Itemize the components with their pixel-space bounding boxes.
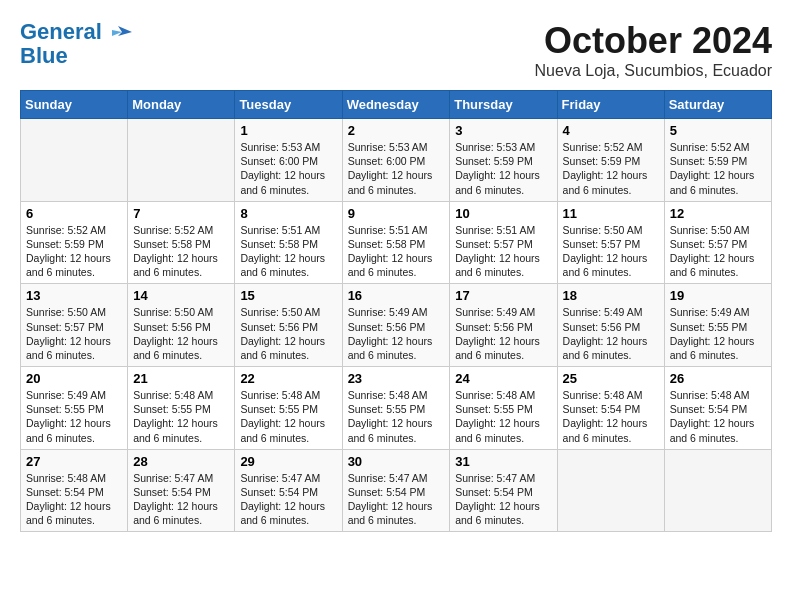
cell-day-number: 29 — [240, 454, 336, 469]
cell-day-number: 27 — [26, 454, 122, 469]
cell-info: Sunrise: 5:50 AM Sunset: 5:57 PM Dayligh… — [670, 223, 766, 280]
cell-info: Sunrise: 5:47 AM Sunset: 5:54 PM Dayligh… — [455, 471, 551, 528]
calendar-cell: 15Sunrise: 5:50 AM Sunset: 5:56 PM Dayli… — [235, 284, 342, 367]
cell-info: Sunrise: 5:50 AM Sunset: 5:56 PM Dayligh… — [133, 305, 229, 362]
calendar-cell: 10Sunrise: 5:51 AM Sunset: 5:57 PM Dayli… — [450, 201, 557, 284]
weekday-header: Wednesday — [342, 91, 450, 119]
cell-day-number: 18 — [563, 288, 659, 303]
calendar-cell: 23Sunrise: 5:48 AM Sunset: 5:55 PM Dayli… — [342, 367, 450, 450]
cell-day-number: 6 — [26, 206, 122, 221]
svg-marker-0 — [118, 26, 132, 36]
page-header: General Blue October 2024 Nueva Loja, Su… — [20, 20, 772, 80]
cell-info: Sunrise: 5:48 AM Sunset: 5:54 PM Dayligh… — [26, 471, 122, 528]
cell-info: Sunrise: 5:48 AM Sunset: 5:55 PM Dayligh… — [455, 388, 551, 445]
calendar-cell: 30Sunrise: 5:47 AM Sunset: 5:54 PM Dayli… — [342, 449, 450, 532]
cell-day-number: 26 — [670, 371, 766, 386]
calendar-cell: 2Sunrise: 5:53 AM Sunset: 6:00 PM Daylig… — [342, 119, 450, 202]
cell-info: Sunrise: 5:53 AM Sunset: 6:00 PM Dayligh… — [348, 140, 445, 197]
cell-day-number: 30 — [348, 454, 445, 469]
calendar-cell: 3Sunrise: 5:53 AM Sunset: 5:59 PM Daylig… — [450, 119, 557, 202]
cell-day-number: 5 — [670, 123, 766, 138]
logo-blue: Blue — [20, 44, 132, 68]
calendar-cell — [557, 449, 664, 532]
cell-day-number: 22 — [240, 371, 336, 386]
calendar-cell: 21Sunrise: 5:48 AM Sunset: 5:55 PM Dayli… — [128, 367, 235, 450]
calendar-cell: 24Sunrise: 5:48 AM Sunset: 5:55 PM Dayli… — [450, 367, 557, 450]
calendar-cell: 28Sunrise: 5:47 AM Sunset: 5:54 PM Dayli… — [128, 449, 235, 532]
calendar-cell: 13Sunrise: 5:50 AM Sunset: 5:57 PM Dayli… — [21, 284, 128, 367]
calendar-cell: 20Sunrise: 5:49 AM Sunset: 5:55 PM Dayli… — [21, 367, 128, 450]
cell-day-number: 24 — [455, 371, 551, 386]
cell-info: Sunrise: 5:49 AM Sunset: 5:56 PM Dayligh… — [455, 305, 551, 362]
cell-day-number: 31 — [455, 454, 551, 469]
cell-info: Sunrise: 5:48 AM Sunset: 5:55 PM Dayligh… — [240, 388, 336, 445]
calendar-cell: 16Sunrise: 5:49 AM Sunset: 5:56 PM Dayli… — [342, 284, 450, 367]
cell-info: Sunrise: 5:47 AM Sunset: 5:54 PM Dayligh… — [348, 471, 445, 528]
logo: General Blue — [20, 20, 132, 68]
cell-day-number: 2 — [348, 123, 445, 138]
cell-day-number: 21 — [133, 371, 229, 386]
calendar-cell: 9Sunrise: 5:51 AM Sunset: 5:58 PM Daylig… — [342, 201, 450, 284]
cell-info: Sunrise: 5:48 AM Sunset: 5:55 PM Dayligh… — [133, 388, 229, 445]
weekday-header: Thursday — [450, 91, 557, 119]
cell-info: Sunrise: 5:50 AM Sunset: 5:56 PM Dayligh… — [240, 305, 336, 362]
calendar-cell: 5Sunrise: 5:52 AM Sunset: 5:59 PM Daylig… — [664, 119, 771, 202]
cell-day-number: 16 — [348, 288, 445, 303]
cell-day-number: 12 — [670, 206, 766, 221]
cell-day-number: 17 — [455, 288, 551, 303]
calendar-cell: 12Sunrise: 5:50 AM Sunset: 5:57 PM Dayli… — [664, 201, 771, 284]
logo-bird-icon — [110, 22, 132, 44]
cell-day-number: 9 — [348, 206, 445, 221]
cell-info: Sunrise: 5:52 AM Sunset: 5:58 PM Dayligh… — [133, 223, 229, 280]
cell-day-number: 10 — [455, 206, 551, 221]
cell-info: Sunrise: 5:53 AM Sunset: 5:59 PM Dayligh… — [455, 140, 551, 197]
calendar-cell — [664, 449, 771, 532]
calendar-cell: 1Sunrise: 5:53 AM Sunset: 6:00 PM Daylig… — [235, 119, 342, 202]
weekday-header: Sunday — [21, 91, 128, 119]
cell-info: Sunrise: 5:52 AM Sunset: 5:59 PM Dayligh… — [26, 223, 122, 280]
cell-info: Sunrise: 5:48 AM Sunset: 5:55 PM Dayligh… — [348, 388, 445, 445]
cell-day-number: 1 — [240, 123, 336, 138]
calendar-cell: 4Sunrise: 5:52 AM Sunset: 5:59 PM Daylig… — [557, 119, 664, 202]
calendar-week-row: 13Sunrise: 5:50 AM Sunset: 5:57 PM Dayli… — [21, 284, 772, 367]
calendar-week-row: 20Sunrise: 5:49 AM Sunset: 5:55 PM Dayli… — [21, 367, 772, 450]
cell-info: Sunrise: 5:50 AM Sunset: 5:57 PM Dayligh… — [26, 305, 122, 362]
cell-day-number: 28 — [133, 454, 229, 469]
cell-day-number: 13 — [26, 288, 122, 303]
cell-info: Sunrise: 5:53 AM Sunset: 6:00 PM Dayligh… — [240, 140, 336, 197]
logo-general: General — [20, 19, 102, 44]
calendar-cell — [21, 119, 128, 202]
calendar-cell: 22Sunrise: 5:48 AM Sunset: 5:55 PM Dayli… — [235, 367, 342, 450]
cell-info: Sunrise: 5:49 AM Sunset: 5:56 PM Dayligh… — [348, 305, 445, 362]
cell-day-number: 15 — [240, 288, 336, 303]
cell-info: Sunrise: 5:49 AM Sunset: 5:55 PM Dayligh… — [26, 388, 122, 445]
cell-info: Sunrise: 5:47 AM Sunset: 5:54 PM Dayligh… — [133, 471, 229, 528]
calendar-cell: 25Sunrise: 5:48 AM Sunset: 5:54 PM Dayli… — [557, 367, 664, 450]
calendar-cell: 27Sunrise: 5:48 AM Sunset: 5:54 PM Dayli… — [21, 449, 128, 532]
calendar-cell: 17Sunrise: 5:49 AM Sunset: 5:56 PM Dayli… — [450, 284, 557, 367]
cell-day-number: 11 — [563, 206, 659, 221]
cell-info: Sunrise: 5:51 AM Sunset: 5:58 PM Dayligh… — [348, 223, 445, 280]
calendar-table: SundayMondayTuesdayWednesdayThursdayFrid… — [20, 90, 772, 532]
calendar-cell: 29Sunrise: 5:47 AM Sunset: 5:54 PM Dayli… — [235, 449, 342, 532]
weekday-header: Tuesday — [235, 91, 342, 119]
calendar-cell: 7Sunrise: 5:52 AM Sunset: 5:58 PM Daylig… — [128, 201, 235, 284]
calendar-cell: 8Sunrise: 5:51 AM Sunset: 5:58 PM Daylig… — [235, 201, 342, 284]
cell-info: Sunrise: 5:49 AM Sunset: 5:55 PM Dayligh… — [670, 305, 766, 362]
weekday-header: Friday — [557, 91, 664, 119]
location-subtitle: Nueva Loja, Sucumbios, Ecuador — [535, 62, 772, 80]
weekday-header: Saturday — [664, 91, 771, 119]
cell-info: Sunrise: 5:49 AM Sunset: 5:56 PM Dayligh… — [563, 305, 659, 362]
cell-day-number: 14 — [133, 288, 229, 303]
weekday-header: Monday — [128, 91, 235, 119]
cell-day-number: 7 — [133, 206, 229, 221]
cell-day-number: 4 — [563, 123, 659, 138]
cell-day-number: 23 — [348, 371, 445, 386]
calendar-week-row: 6Sunrise: 5:52 AM Sunset: 5:59 PM Daylig… — [21, 201, 772, 284]
cell-info: Sunrise: 5:51 AM Sunset: 5:58 PM Dayligh… — [240, 223, 336, 280]
calendar-cell: 18Sunrise: 5:49 AM Sunset: 5:56 PM Dayli… — [557, 284, 664, 367]
calendar-cell: 6Sunrise: 5:52 AM Sunset: 5:59 PM Daylig… — [21, 201, 128, 284]
cell-info: Sunrise: 5:50 AM Sunset: 5:57 PM Dayligh… — [563, 223, 659, 280]
cell-day-number: 25 — [563, 371, 659, 386]
calendar-cell: 19Sunrise: 5:49 AM Sunset: 5:55 PM Dayli… — [664, 284, 771, 367]
